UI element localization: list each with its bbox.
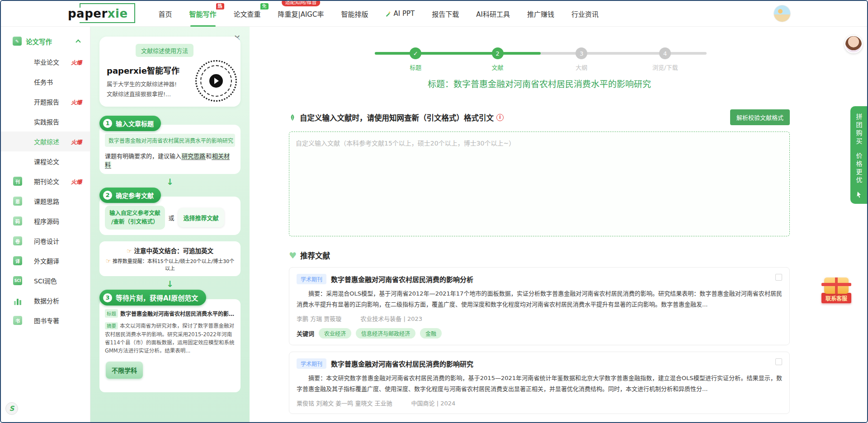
logo-text-xie: xie [108,7,128,20]
step-node-download: 4 [659,47,671,59]
nav-item-ai-research-tools[interactable]: AI科研工具 [476,6,510,21]
user-avatar[interactable] [774,5,790,22]
result-abstract: 摘要本文以河南省为研究对象，探讨了数字普惠金融对农村居民消费水平的影响。研究采用… [105,322,235,355]
wand-icon [385,10,392,17]
card-source: 农业技术与装备 | 2023 [360,314,422,323]
video-qr-code[interactable] [195,60,237,102]
card-abstract: 摘要：采用混合OLS模型，基于河南省2012年—2021年17个地市的面板数据，… [297,288,782,310]
page-title: 标题：数字普惠金融对河南省农村居民消费水平的影响研究 [289,77,790,89]
tutorial-desc: 属于大学生的文献综述神器! 文献综述直接狠狠拿捏!... [107,80,184,99]
logo-text-paper: paper [68,7,108,20]
sidebar-item-topic-ideas[interactable]: 思课题思路 [1,191,90,211]
chevron-up-icon [75,39,80,44]
nav-item-reduce-aigc[interactable]: 适配知网/维普降重复|AIGC率 [278,6,324,21]
hot-tag: 火爆 [71,58,82,66]
sidebar-item-literature-review[interactable]: 文献综述火爆 [1,132,90,151]
card-title-row: 学术期刊 数字普惠金融对河南省农村居民消费的影响分析 [297,274,782,284]
sidebar-item-course-paper[interactable]: 课程论文 [1,151,90,171]
info-icon[interactable]: i [496,114,504,121]
step2-note-card: ☞ 注意中英文结合：可追加英文 ☞ 推荐数量提醒：本科15个以上/硕士20个以上… [99,241,241,276]
literature-input[interactable] [289,132,790,236]
nav-item-ai-ppt[interactable]: AI PPT [385,7,415,20]
step-node-literature: 2 [492,47,504,59]
heart-icon: ♥ [289,251,297,260]
card-authors: 李鹏 方瑞 贾筱璇 [297,314,341,323]
literature-card[interactable]: 学术期刊 数字普惠金融对河南省农村居民消费的影响分析 摘要：采用混合OLS模型，… [289,267,790,345]
select-checkbox[interactable] [775,358,782,365]
nav-item-smart-typeset[interactable]: 智能排版 [341,6,368,21]
nav-item-promotion-earn[interactable]: 推广赚钱 [527,6,554,21]
code-icon: 码 [13,216,22,226]
card-meta: 李鹏 方瑞 贾筱璇 农业技术与装备 | 2023 [297,314,782,323]
idea-icon: 思 [13,197,22,206]
tutorial-panel: ✕ 文献综述使用方法 paperxie智能写作 属于大学生的文献综述神器! 文献… [90,27,250,422]
custom-input-header: 自定义输入文献时，请使用知网查新（引文格式）格式引文 [300,112,494,123]
sidebar-item-graduation-thesis[interactable]: 毕业论文火爆 [1,52,90,72]
card-meta: 粟俊铭 刘瀚文 姜一鸣 童晓文 王业驰 中国商论 | 2024 [297,399,782,407]
recommend-header-row: ♥ 推荐文献 [289,250,790,261]
pointing-hand-icon: ☞ [106,258,111,264]
main-panel: ✓ 2 3 4 标题 文献 大纲 浏览/下载 标题：数字普惠金融对河南省农村居民… [250,27,867,422]
hot-tag: 火爆 [71,138,82,146]
reference-choice-row: 输入自定义参考文献 /查新（引文格式） 或 选择推荐文献 [105,206,235,230]
example-title-line: 数字普惠金融对河南省农村属民消费水平的影响研究 [105,134,235,147]
hot-tag: 火爆 [71,178,82,185]
keyword-pill[interactable]: 农业经济 [319,328,351,338]
keyword-pill[interactable]: 信息经济与邮政经济 [356,328,415,338]
book-icon: 书 [13,316,22,325]
step-node-outline: 3 [576,47,587,59]
progress-stepper: ✓ 2 3 4 标题 文献 大纲 浏览/下载 [375,47,707,59]
free-badge: 免 [260,3,269,9]
group-buy-rail[interactable]: 拼团购买 价格更优 [850,106,867,204]
card-source: 中国商论 | 2024 [411,399,456,407]
nav-item-plagiarism-check[interactable]: 论文查重免 [234,6,261,21]
sidebar-item-book-monograph[interactable]: 书图书专著 [1,310,90,330]
nav-item-report-download[interactable]: 报告下载 [432,6,459,21]
journal-badge: 学术期刊 [297,274,326,284]
journal-icon: 刊 [13,177,22,186]
card-title: 数字普惠金融对河南省农村居民消费的影响分析 [331,274,473,284]
recommended-reference-button[interactable]: 选择推荐文献 [178,208,224,227]
nav-item-smart-writing[interactable]: 智能写作热 [189,6,217,21]
sidebar-item-task-book[interactable]: 任务书 [1,72,90,92]
nav-item-home[interactable]: 首页 [159,6,172,21]
parse-validate-button[interactable]: 解析校验文献格式 [730,109,790,125]
literature-card[interactable]: 学术期刊 数字普惠金融对河南省农村居民消费的影响研究 摘要：本文研究数字普惠金融… [289,352,790,414]
brand-bubble-icon[interactable]: S [5,402,18,415]
card-title-row: 学术期刊 数字普惠金融对河南省农村居民消费的影响研究 [297,358,782,369]
custom-reference-button[interactable]: 输入自定义参考文献 /查新（引文格式） [105,206,165,230]
sidebar-item-proposal-report[interactable]: 开题报告火爆 [1,92,90,112]
step3-card: 标题 数字普惠金融对河南省农村居民消费水平的影响研究 摘要本文以河南省为研究对象… [99,299,241,392]
sidebar-item-source-code[interactable]: 码程序源码 [1,211,90,231]
tutorial-badge: 文献综述使用方法 [136,44,193,57]
step1-pill: 1 输入文章标题 [99,116,161,131]
sidebar-item-journal-paper[interactable]: 刊期刊论文火爆 [1,171,90,191]
keyword-pill[interactable]: 金融 [420,328,442,338]
cnki-compat-badge: 适配知网/维普 [282,0,321,6]
note-line2: ☞ 推荐数量提醒：本科15个以上/硕士20个以上/博士30个以上 [104,257,236,272]
group-buy-text: 拼团购买 [856,113,862,146]
gift-icon [824,277,849,294]
sidebar-item-translation[interactable]: 译外文翻译 [1,251,90,271]
customer-service-widget[interactable]: 联系客服 [817,277,855,303]
cursor-pointer-icon [856,191,862,198]
title-tag: 标题 [105,309,118,318]
sidebar-item-questionnaire[interactable]: 卷问卷设计 [1,231,90,251]
select-checkbox[interactable] [775,274,782,281]
nav-item-industry-news[interactable]: 行业资讯 [571,6,599,21]
leaf-icon [289,114,296,121]
pointing-hand-icon: ☞ [127,248,132,254]
sidebar-group-paper-writing[interactable]: ✎ 论文写作 [1,30,90,52]
page-body: ✎ 论文写作 毕业论文火爆 任务书 开题报告火爆 实践报告 文献综述火爆 课程论… [1,26,867,422]
top-navbar: paperxie 首页 智能写作热 论文查重免 适配知网/维普降重复|AIGC率… [1,1,867,26]
write-icon: ✎ [13,37,22,46]
keywords-label: 关键词 [297,329,314,338]
sidebar-item-sci-polish[interactable]: SCISCI润色 [1,271,90,291]
any-subject-button[interactable]: 不限学科 [106,362,143,379]
arrow-down-icon: ↓ [99,177,241,187]
sidebar-item-practice-report[interactable]: 实践报告 [1,112,90,132]
survey-icon: 卷 [13,236,22,245]
assistant-avatar[interactable] [844,35,863,53]
brand-logo[interactable]: paperxie [68,6,132,21]
sidebar-item-data-analysis[interactable]: 数据分析 [1,291,90,310]
